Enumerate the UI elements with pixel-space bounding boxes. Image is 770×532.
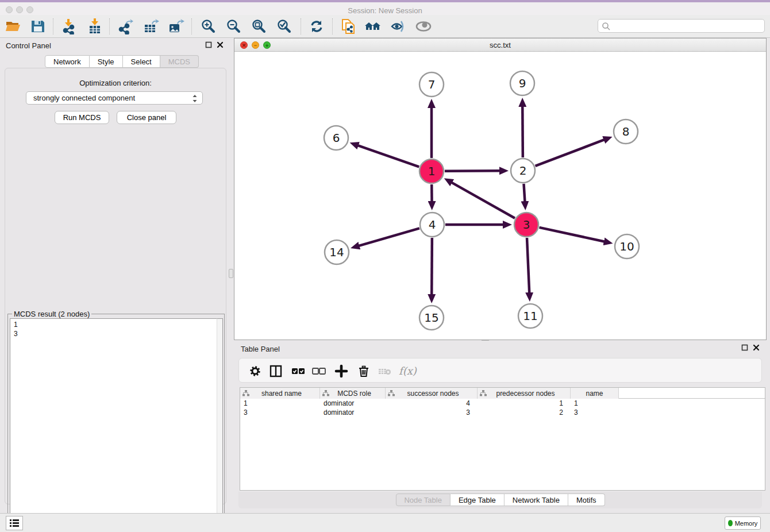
mcds-result-scrollbar[interactable]: [217, 318, 223, 527]
table-row[interactable]: 3 dominator 3 2 3: [240, 408, 765, 417]
toolbar-separator: [109, 18, 110, 34]
cell-shared-name[interactable]: 3: [240, 408, 320, 417]
tab-node-table[interactable]: Node Table: [395, 494, 451, 506]
table-panel-title: Table Panel: [241, 345, 280, 353]
edge-2-8[interactable]: [536, 140, 605, 166]
graph-node-label-14: 14: [329, 245, 344, 259]
task-list-icon: [6, 516, 22, 530]
tab-mcds[interactable]: MCDS: [160, 55, 199, 68]
edge-3-1[interactable]: [452, 183, 515, 218]
zoom-fit-icon[interactable]: [251, 18, 268, 34]
table-settings-icon[interactable]: [247, 363, 263, 379]
window-title: Session: New Session: [0, 6, 770, 15]
copy-network-icon[interactable]: [340, 18, 357, 34]
column-header-mcds-role[interactable]: MCDS role: [320, 388, 386, 399]
close-panel-icon[interactable]: [753, 344, 760, 351]
graph-node-label-2: 2: [519, 164, 527, 178]
cell-mcds-role[interactable]: dominator: [320, 399, 386, 408]
tab-style[interactable]: Style: [90, 55, 123, 68]
memory-label: Memory: [735, 520, 758, 527]
cell-mcds-role[interactable]: dominator: [320, 408, 386, 417]
refresh-icon[interactable]: [308, 18, 325, 34]
graph-node-label-9: 9: [519, 76, 526, 90]
import-table-icon[interactable]: [86, 18, 103, 34]
criterion-select[interactable]: strongly connected component: [26, 91, 203, 105]
cell-successor-nodes[interactable]: 4: [386, 399, 478, 408]
tab-motifs[interactable]: Motifs: [568, 494, 605, 506]
tab-edge-table[interactable]: Edge Table: [451, 494, 505, 506]
column-header-shared-name[interactable]: shared name: [240, 388, 320, 399]
graph-node-label-3: 3: [523, 218, 530, 232]
network-window-titlebar: ✕ − ＋ scc.txt: [234, 38, 766, 52]
column-header-successor-nodes[interactable]: successor nodes: [386, 388, 478, 399]
column-type-icon: [322, 390, 329, 396]
cell-name[interactable]: 3: [571, 408, 619, 417]
network-view-window: ✕ − ＋ scc.txt 7968124314101511: [234, 38, 767, 340]
deselect-all-icon[interactable]: [311, 363, 327, 379]
cell-successor-nodes[interactable]: 3: [386, 408, 478, 417]
table-tabs-strip: Node Table Edge Table Network Table Moti…: [238, 492, 762, 508]
column-layout-icon[interactable]: [268, 363, 284, 379]
column-type-icon: [388, 390, 395, 396]
tab-network-table[interactable]: Network Table: [505, 494, 568, 506]
network-graph-canvas[interactable]: 7968124314101511: [234, 52, 766, 340]
mcds-result-text[interactable]: 1 3: [10, 318, 217, 527]
cell-name[interactable]: 1: [571, 399, 619, 408]
zoom-in-icon[interactable]: [200, 18, 217, 34]
float-panel-icon[interactable]: [205, 41, 212, 48]
chevron-updown-icon: [192, 94, 198, 103]
main-toolbar: [0, 15, 770, 38]
column-type-icon: [480, 390, 487, 396]
graph-node-label-15: 15: [424, 311, 438, 325]
add-column-icon[interactable]: [333, 363, 349, 379]
close-panel-button[interactable]: Close panel: [117, 111, 176, 124]
delete-column-icon[interactable]: [356, 363, 372, 379]
edge-3-10[interactable]: [539, 228, 604, 242]
cell-predecessor-nodes[interactable]: 1: [478, 399, 571, 408]
show-all-icon[interactable]: [415, 18, 432, 34]
control-panel-title: Control Panel: [6, 41, 51, 50]
hide-selected-icon[interactable]: [390, 18, 407, 34]
zoom-out-icon[interactable]: [225, 18, 242, 34]
mcds-panel: Optimization criterion: strongly connect…: [5, 68, 226, 504]
save-session-icon[interactable]: [29, 18, 47, 34]
export-image-icon[interactable]: [167, 18, 184, 34]
cell-predecessor-nodes[interactable]: 2: [478, 408, 571, 417]
float-panel-icon[interactable]: [741, 344, 748, 351]
tab-select[interactable]: Select: [123, 55, 160, 68]
select-all-icon[interactable]: [290, 363, 306, 379]
zoom-selected-icon[interactable]: [276, 18, 293, 34]
toolbar-separator: [53, 18, 53, 34]
first-neighbors-icon[interactable]: [364, 18, 382, 34]
search-input[interactable]: [612, 20, 761, 32]
edge-2-3[interactable]: [523, 184, 525, 202]
task-history-button[interactable]: [6, 516, 23, 530]
mcds-result-title: MCDS result (2 nodes): [12, 310, 91, 318]
open-file-icon[interactable]: [5, 18, 22, 34]
search-icon: [602, 22, 611, 31]
function-builder-icon[interactable]: f(x): [399, 363, 422, 379]
graph-node-label-6: 6: [333, 131, 340, 145]
close-panel-icon[interactable]: [217, 41, 224, 48]
edge-1-2[interactable]: [445, 171, 500, 171]
export-network-icon[interactable]: [117, 18, 134, 34]
edge-3-11[interactable]: [527, 238, 529, 293]
optimization-criterion-label: Optimization criterion:: [5, 79, 226, 87]
column-header-name[interactable]: name: [571, 388, 619, 399]
run-mcds-button[interactable]: Run MCDS: [55, 111, 109, 124]
edge-4-14[interactable]: [359, 228, 419, 246]
vertical-splitter-grip[interactable]: [229, 269, 233, 278]
column-header-predecessor-nodes[interactable]: predecessor nodes: [478, 388, 571, 399]
table-row[interactable]: 1 dominator 4 1 1: [240, 399, 765, 408]
memory-button[interactable]: Memory: [725, 516, 761, 530]
delete-table-icon[interactable]: [377, 363, 393, 379]
tab-network[interactable]: Network: [45, 55, 90, 68]
control-panel-tabs: Network Style Select MCDS: [45, 55, 199, 68]
node-table[interactable]: shared name MCDS role successor nodes pr…: [240, 387, 765, 491]
export-table-icon[interactable]: [143, 18, 160, 34]
edge-4-15[interactable]: [432, 238, 432, 295]
edge-2-9[interactable]: [522, 106, 523, 157]
edge-1-6[interactable]: [358, 145, 419, 167]
import-network-icon[interactable]: [61, 18, 78, 34]
cell-shared-name[interactable]: 1: [240, 399, 320, 408]
